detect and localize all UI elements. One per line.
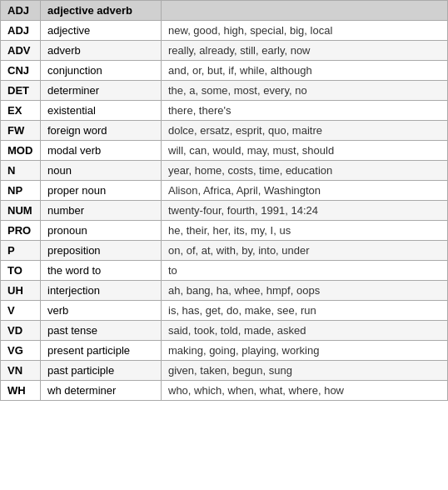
examples-cell: dolce, ersatz, esprit, quo, maitre [162, 121, 448, 141]
name-cell: interjection [41, 281, 162, 301]
abbr-cell: VN [1, 361, 41, 381]
examples-cell: is, has, get, do, make, see, run [162, 301, 448, 321]
name-cell: present participle [41, 341, 162, 361]
col2-header: adjective adverb [41, 1, 162, 21]
table-row: PROpronounhe, their, her, its, my, I, us [1, 221, 448, 241]
examples-cell: given, taken, begun, sung [162, 361, 448, 381]
name-cell: proper noun [41, 181, 162, 201]
name-cell: number [41, 201, 162, 221]
table-row: VDpast tensesaid, took, told, made, aske… [1, 321, 448, 341]
examples-cell: new, good, high, special, big, local [162, 21, 448, 41]
abbr-cell: WH [1, 381, 41, 401]
abbr-cell: FW [1, 121, 41, 141]
examples-cell: he, their, her, its, my, I, us [162, 221, 448, 241]
table-row: CNJconjunctionand, or, but, if, while, a… [1, 61, 448, 81]
abbr-cell: UH [1, 281, 41, 301]
table-row: NPproper nounAlison, Africa, April, Wash… [1, 181, 448, 201]
name-cell: past tense [41, 321, 162, 341]
table-row: FWforeign worddolce, ersatz, esprit, quo… [1, 121, 448, 141]
table-row: UHinterjectionah, bang, ha, whee, hmpf, … [1, 281, 448, 301]
table-row: MODmodal verbwill, can, would, may, must… [1, 141, 448, 161]
abbr-cell: ADV [1, 41, 41, 61]
name-cell: modal verb [41, 141, 162, 161]
table-row: TOthe word toto [1, 261, 448, 281]
col1-header: ADJ [1, 1, 41, 21]
examples-cell: on, of, at, with, by, into, under [162, 241, 448, 261]
table-row: VNpast participlegiven, taken, begun, su… [1, 361, 448, 381]
table-row: ADVadverbreally, already, still, early, … [1, 41, 448, 61]
abbr-cell: NUM [1, 201, 41, 221]
examples-cell: will, can, would, may, must, should [162, 141, 448, 161]
col3-header [162, 1, 448, 21]
abbr-cell: EX [1, 101, 41, 121]
name-cell: determiner [41, 81, 162, 101]
examples-cell: making, going, playing, working [162, 341, 448, 361]
examples-cell: year, home, costs, time, education [162, 161, 448, 181]
name-cell: foreign word [41, 121, 162, 141]
abbr-cell: MOD [1, 141, 41, 161]
name-cell: conjunction [41, 61, 162, 81]
examples-cell: really, already, still, early, now [162, 41, 448, 61]
table-row: Pprepositionon, of, at, with, by, into, … [1, 241, 448, 261]
pos-table: ADJ adjective adverb ADJadjectivenew, go… [0, 0, 448, 401]
examples-cell: Alison, Africa, April, Washington [162, 181, 448, 201]
table-row: Nnounyear, home, costs, time, education [1, 161, 448, 181]
table-row: VGpresent participlemaking, going, playi… [1, 341, 448, 361]
examples-cell: the, a, some, most, every, no [162, 81, 448, 101]
abbr-cell: ADJ [1, 21, 41, 41]
table-row: WHwh determinerwho, which, when, what, w… [1, 381, 448, 401]
abbr-cell: CNJ [1, 61, 41, 81]
name-cell: past participle [41, 361, 162, 381]
examples-cell: there, there's [162, 101, 448, 121]
name-cell: pronoun [41, 221, 162, 241]
table-row: DETdeterminerthe, a, some, most, every, … [1, 81, 448, 101]
name-cell: adverb [41, 41, 162, 61]
name-cell: wh determiner [41, 381, 162, 401]
examples-cell: said, took, told, made, asked [162, 321, 448, 341]
examples-cell: ah, bang, ha, whee, hmpf, oops [162, 281, 448, 301]
name-cell: the word to [41, 261, 162, 281]
table-row: ADJadjectivenew, good, high, special, bi… [1, 21, 448, 41]
name-cell: preposition [41, 241, 162, 261]
examples-cell: who, which, when, what, where, how [162, 381, 448, 401]
table-row: Vverbis, has, get, do, make, see, run [1, 301, 448, 321]
abbr-cell: V [1, 301, 41, 321]
abbr-cell: N [1, 161, 41, 181]
abbr-cell: VD [1, 321, 41, 341]
name-cell: existential [41, 101, 162, 121]
name-cell: adjective [41, 21, 162, 41]
examples-cell: to [162, 261, 448, 281]
examples-cell: twenty-four, fourth, 1991, 14:24 [162, 201, 448, 221]
table-row: EXexistentialthere, there's [1, 101, 448, 121]
table-row: NUMnumbertwenty-four, fourth, 1991, 14:2… [1, 201, 448, 221]
examples-cell: and, or, but, if, while, although [162, 61, 448, 81]
abbr-cell: NP [1, 181, 41, 201]
abbr-cell: DET [1, 81, 41, 101]
abbr-cell: P [1, 241, 41, 261]
abbr-cell: PRO [1, 221, 41, 241]
name-cell: verb [41, 301, 162, 321]
name-cell: noun [41, 161, 162, 181]
abbr-cell: TO [1, 261, 41, 281]
abbr-cell: VG [1, 341, 41, 361]
